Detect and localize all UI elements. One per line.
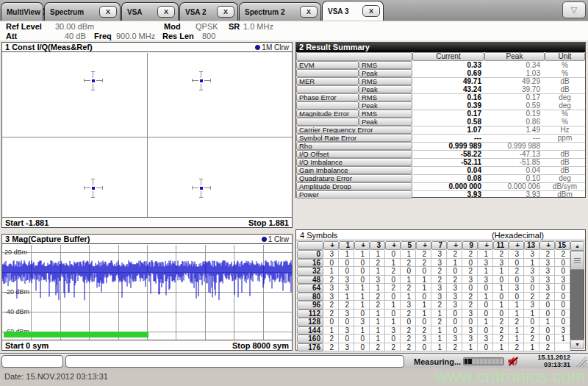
rs-current-value: 0.69 — [412, 69, 484, 77]
symbol-value-cell: 2 — [493, 250, 509, 259]
ref-level-value[interactable]: 30.00 dBm — [55, 22, 94, 31]
constellation-point-marker — [84, 179, 103, 198]
tab-vsa-2[interactable]: VSA 2X — [179, 2, 238, 21]
tab-multiview[interactable]: MultiView — [1, 2, 43, 21]
progress-segment — [500, 359, 503, 364]
result-summary-titlebar[interactable]: 2 Result Summary — [296, 43, 585, 52]
symbols-col-header: 9 — [462, 241, 478, 250]
symbol-value-cell — [555, 343, 570, 352]
symbol-value-cell: 1 — [524, 259, 539, 268]
symbol-value-cell: 0 — [385, 310, 401, 318]
resize-grip-icon[interactable] — [576, 356, 587, 367]
symbol-value-cell: 1 — [447, 259, 462, 268]
symbol-value-cell: 0 — [478, 284, 493, 293]
res-len-value[interactable]: 800 — [202, 32, 215, 40]
symbol-value-cell: 0 — [555, 259, 570, 268]
symbol-value-cell: 0 — [447, 326, 462, 335]
constellation-plot[interactable] — [2, 53, 292, 217]
rs-current-value: 0.58 — [412, 118, 484, 126]
symbol-value-cell: 3 — [462, 335, 478, 343]
rs-unit-value: deg — [545, 101, 585, 110]
symbol-value-cell: 2 — [385, 343, 401, 352]
symbol-value-cell: 0 — [524, 318, 539, 326]
rs-peak-value: 0.04 — [484, 166, 545, 174]
tab-spectrum[interactable]: SpectrumX — [44, 2, 121, 21]
tab-overflow-button[interactable]: ▽ — [562, 1, 586, 18]
result-row: Phase ErrorRMS0.160.17deg — [296, 93, 585, 101]
scrollbar-track[interactable] — [570, 270, 584, 340]
capture-buffer-plot[interactable]: 20 dBm-20 dBm-40 dBm-60 dBm — [2, 245, 292, 340]
symbols-row-index: 32 — [297, 267, 323, 276]
scrollbar-thumb[interactable] — [570, 251, 584, 270]
rs-corner-cell — [296, 52, 412, 61]
freq-value[interactable]: 900.0 MHz — [116, 32, 155, 40]
constellation-point-dot — [200, 187, 203, 190]
tab-close-button[interactable]: X — [99, 6, 117, 18]
tab-vsa[interactable]: VSAX — [121, 2, 179, 21]
capture-window-title: 3 Mag(Capture Buffer) — [5, 235, 90, 243]
tab-close-button[interactable]: X — [157, 6, 175, 18]
symbol-value-cell: 1 — [539, 318, 555, 326]
rs-current-value: 0.39 — [412, 101, 484, 110]
symbol-value-cell: 1 — [370, 318, 385, 326]
rs-unit-value: deg — [545, 174, 585, 182]
rs-peak-value: 3.93 — [484, 190, 545, 199]
symbol-value-cell: 0 — [416, 318, 431, 326]
rs-peak-value: --- — [484, 134, 545, 142]
capture-window-titlebar[interactable]: 3 Mag(Capture Buffer) 1 Clrw — [2, 235, 292, 244]
const-window-titlebar[interactable]: 1 Const I/Q(Meas&Ref) 1M Clrw — [2, 43, 292, 52]
mod-value[interactable]: QPSK — [196, 22, 218, 31]
scroll-up-icon[interactable]: ▲ — [570, 241, 584, 251]
analyzed-range-bar — [4, 332, 148, 337]
symbol-value-cell: 2 — [323, 335, 339, 343]
symbol-value-cell: 3 — [339, 326, 354, 335]
rs-current-value: 49.71 — [412, 77, 484, 85]
symbols-row: 1122301021103001100 — [297, 310, 570, 318]
tab-close-button[interactable]: X — [217, 6, 234, 18]
rs-unit-value — [545, 142, 585, 150]
symbol-value-cell: 3 — [323, 293, 339, 301]
symbol-value-cell: 2 — [539, 250, 555, 259]
symbol-value-cell: 1 — [354, 250, 370, 259]
symbols-scrollbar[interactable]: ▲ ▼ — [570, 241, 584, 349]
result-summary-window: 2 Result Summary Current Peak Unit EVMRM… — [295, 42, 586, 198]
symbol-value-cell: 3 — [462, 310, 478, 318]
rs-current-value: 3.93 — [412, 190, 484, 199]
tab-label: MultiView — [7, 8, 40, 16]
rs-current-value: 0.04 — [412, 166, 484, 174]
scroll-down-icon[interactable]: ▼ — [570, 340, 584, 349]
tab-close-button[interactable]: X — [300, 6, 318, 18]
symbol-value-cell: 1 — [323, 267, 339, 276]
tab-label: VSA 3 — [328, 7, 359, 15]
symbols-titlebar[interactable]: 4 Symbols (Hexadecimal) — [296, 230, 585, 240]
tab-vsa-3[interactable]: VSA 3X — [322, 1, 384, 21]
att-value[interactable]: 40 dB — [65, 32, 86, 40]
symbols-row: 803112010332100220 — [297, 293, 570, 301]
symbol-value-cell: 3 — [323, 284, 339, 293]
symbols-row-index: 96 — [297, 301, 323, 310]
progress-segment — [495, 359, 498, 364]
symbol-value-cell: 1 — [524, 343, 539, 352]
status-input-main[interactable] — [65, 355, 404, 368]
symbol-value-cell: 3 — [323, 250, 339, 259]
symbol-value-cell: 1 — [323, 326, 339, 335]
rs-param-name: Phase Error — [296, 93, 359, 101]
symbol-value-cell: 3 — [462, 276, 478, 285]
rs-current-value: 0.17 — [412, 110, 484, 118]
symbol-value-cell: 3 — [431, 293, 447, 301]
result-row: Peak43.2439.70dB — [296, 85, 585, 93]
rs-current-value: 0.08 — [412, 174, 484, 182]
status-input-left[interactable] — [1, 355, 63, 368]
symbol-value-cell: 1 — [555, 335, 570, 343]
symbol-value-cell: 1 — [385, 259, 401, 268]
symbol-value-cell: 2 — [493, 335, 509, 343]
symbol-value-cell: 0 — [524, 284, 539, 293]
symbol-value-cell: 3 — [524, 250, 539, 259]
tab-close-button[interactable]: X — [362, 5, 380, 17]
sr-value[interactable]: 1.0 MHz — [243, 22, 273, 31]
symbol-value-cell: 2 — [462, 293, 478, 301]
symbols-col-header: + — [354, 241, 370, 250]
symbols-col-header: 7 — [431, 241, 447, 250]
symbols-row-index: 16 — [297, 259, 323, 268]
tab-spectrum-2[interactable]: Spectrum 2X — [239, 2, 321, 21]
